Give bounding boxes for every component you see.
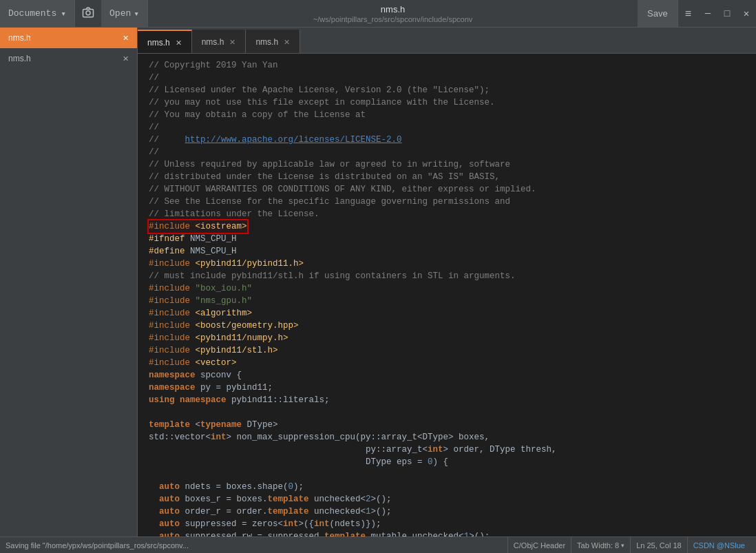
code-line-5: // You may obtain a copy of the License … — [138, 109, 756, 121]
code-line-33: DType eps = 0) { — [138, 456, 756, 468]
license-link[interactable]: http://www.apache.org/licenses/LICENSE-2… — [185, 135, 402, 145]
code-line-15: #ifndef NMS_CPU_H — [138, 233, 756, 245]
tab-width-selector[interactable]: Tab Width: 8 ▾ — [571, 537, 630, 554]
file-list-panel: nms.h ✕ nms.h ✕ — [0, 28, 138, 553]
code-line-2: // — [138, 72, 756, 84]
code-line-19: #include "box_iou.h" — [138, 282, 756, 295]
open-chevron: ▾ — [134, 8, 139, 19]
titlebar: Documents ▾ Open ▾ nms.h ~/ws/pointpilla… — [0, 0, 756, 28]
info-text: CSDN @NSlue — [693, 541, 745, 550]
file-tab-close-2[interactable]: ✕ — [123, 54, 129, 63]
code-line-13: // limitations under the License. — [138, 208, 756, 220]
code-line-1: // Copyright 2019 Yan Yan — [138, 59, 756, 72]
documents-label: Documents — [8, 8, 56, 19]
code-line-32: py::array_t<int> order, DType thresh, — [138, 444, 756, 456]
status-saving: Saving file "/home/ypx/ws/pointpillars_r… — [6, 541, 507, 550]
file-tab-name-2: nms.h — [8, 54, 31, 63]
language-label: C/ObjC Header — [514, 541, 565, 550]
code-editor[interactable]: // Copyright 2019 Yan Yan // // Licensed… — [138, 54, 756, 536]
info-label: CSDN @NSlue — [687, 537, 750, 554]
code-content: // Copyright 2019 Yan Yan // // Licensed… — [138, 54, 756, 536]
code-line-9: // Unless required by applicable law or … — [138, 158, 756, 171]
code-line-38: auto suppressed = zeros<int>({int(ndets)… — [138, 518, 756, 530]
language-selector[interactable]: C/ObjC Header — [507, 537, 571, 554]
svg-point-1 — [86, 10, 90, 14]
documents-button[interactable]: Documents ▾ — [0, 0, 75, 27]
maximize-button[interactable]: □ — [717, 0, 737, 27]
code-line-23: #include <pybind11/numpy.h> — [138, 332, 756, 344]
title-center: nms.h ~/ws/pointpillars_ros/src/spconv/i… — [148, 4, 638, 23]
editor-tab-bar: nms.h ✕ nms.h ✕ nms.h ✕ — [138, 28, 756, 54]
code-line-7: // http://www.apache.org/licenses/LICENS… — [138, 134, 756, 146]
window-controls: ─ □ ✕ — [698, 0, 756, 27]
documents-chevron: ▾ — [61, 8, 66, 19]
code-line-4: // you may not use this file except in c… — [138, 96, 756, 109]
code-line-18: // must include pybind11/stl.h if using … — [138, 270, 756, 282]
code-line-24: #include <pybind11/stl.h> — [138, 344, 756, 357]
editor-tab-label-2: nms.h — [202, 37, 224, 47]
code-line-34 — [138, 468, 756, 481]
code-line-28: using namespace pybind11::literals; — [138, 394, 756, 406]
highlighted-include: #include <iostream> — [149, 220, 247, 233]
save-button[interactable]: Save — [638, 0, 678, 27]
editor-tab-close-2[interactable]: ✕ — [229, 38, 235, 47]
code-line-31: std::vector<int> non_max_suppression_cpu… — [138, 431, 756, 444]
position-label: Ln 25, Col 18 — [636, 541, 681, 550]
file-tab-name-1: nms.h — [8, 33, 31, 43]
minimize-button[interactable]: ─ — [698, 0, 717, 27]
code-line-39: auto suppressed_rw = suppressed.template… — [138, 530, 756, 536]
code-line-8: // — [138, 146, 756, 158]
editor-tab-label-3: nms.h — [255, 37, 278, 47]
code-line-10: // distributed under the License is dist… — [138, 171, 756, 183]
editor-tab-2[interactable]: nms.h ✕ — [192, 30, 246, 54]
code-line-21: #include <algorithm> — [138, 307, 756, 320]
code-line-17: #include <pybind11/pybind11.h> — [138, 258, 756, 270]
code-line-14: #include <iostream> — [138, 220, 756, 233]
file-tab-2[interactable]: nms.h ✕ — [0, 48, 137, 69]
code-line-27: namespace py = pybind11; — [138, 382, 756, 394]
window-filepath: ~/ws/pointpillars_ros/src/spconv/include… — [148, 15, 638, 23]
menu-button[interactable]: ≡ — [678, 0, 698, 27]
code-line-26: namespace spconv { — [138, 369, 756, 382]
saving-text: Saving file "/home/ypx/ws/pointpillars_r… — [6, 541, 189, 550]
code-line-29 — [138, 406, 756, 419]
open-label: Open — [109, 8, 131, 19]
editor-tab-1[interactable]: nms.h ✕ — [138, 30, 192, 54]
code-line-22: #include <boost/geometry.hpp> — [138, 320, 756, 332]
code-line-36: auto boxes_r = boxes.template unchecked<… — [138, 493, 756, 505]
code-line-11: // WITHOUT WARRANTIES OR CONDITIONS OF A… — [138, 183, 756, 196]
editor-tab-3[interactable]: nms.h ✕ — [246, 30, 300, 54]
window-filename: nms.h — [381, 4, 405, 14]
editor-tab-label-1: nms.h — [147, 38, 170, 48]
code-line-37: auto order_r = order.template unchecked<… — [138, 505, 756, 518]
editor-tab-close-3[interactable]: ✕ — [284, 38, 290, 47]
close-button[interactable]: ✕ — [737, 0, 756, 27]
tab-chevron: ▾ — [621, 542, 624, 549]
code-line-3: // Licensed under the Apache License, Ve… — [138, 84, 756, 96]
cursor-position: Ln 25, Col 18 — [630, 537, 686, 554]
code-line-12: // See the License for the specific lang… — [138, 196, 756, 208]
code-line-20: #include "nms_gpu.h" — [138, 295, 756, 307]
editor-tab-close-1[interactable]: ✕ — [176, 39, 182, 48]
file-tab-1[interactable]: nms.h ✕ — [0, 28, 137, 48]
code-line-16: #define NMS_CPU_H — [138, 245, 756, 258]
code-line-6: // — [138, 121, 756, 134]
camera-button[interactable] — [75, 0, 101, 27]
status-right-group: C/ObjC Header Tab Width: 8 ▾ Ln 25, Col … — [507, 537, 750, 554]
code-line-35: auto ndets = boxes.shape(0); — [138, 481, 756, 493]
tab-width-label: Tab Width: 8 — [577, 541, 619, 550]
status-bar: Saving file "/home/ypx/ws/pointpillars_r… — [0, 536, 756, 553]
code-line-25: #include <vector> — [138, 357, 756, 369]
file-tab-close-1[interactable]: ✕ — [123, 34, 129, 43]
code-line-30: template <typename DType> — [138, 419, 756, 431]
open-button[interactable]: Open ▾ — [101, 0, 148, 27]
